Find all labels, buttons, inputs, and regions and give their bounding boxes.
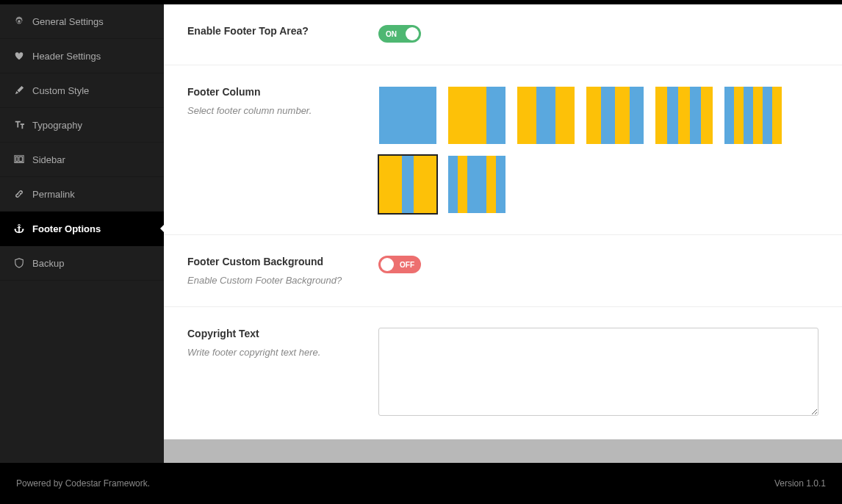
- toggle-knob: [406, 27, 419, 40]
- setting-title: Footer Column: [187, 86, 378, 98]
- enable-footer-top-toggle[interactable]: ON: [378, 25, 421, 43]
- sidebar-label: Footer Options: [32, 223, 101, 234]
- content-area: Enable Footer Top Area? ON Footer Column…: [164, 4, 842, 463]
- setting-desc: Enable Custom Footer Background?: [187, 275, 378, 286]
- sidebar-item-backup[interactable]: Backup: [0, 246, 164, 281]
- column-option-2[interactable]: [447, 86, 506, 145]
- gears-icon: [13, 15, 25, 27]
- column-option-5[interactable]: [655, 86, 713, 145]
- page-footer: Powered by Codestar Framework. Version 1…: [0, 463, 842, 504]
- setting-desc: Write footer copyright text here.: [187, 347, 378, 358]
- column-option-3[interactable]: [517, 86, 575, 145]
- sidebar-item-general[interactable]: General Settings: [0, 4, 164, 39]
- sidebar: General Settings Header Settings Custom …: [0, 4, 164, 463]
- setting-title: Copyright Text: [187, 328, 378, 339]
- heart-icon: [13, 50, 25, 62]
- column-option-8[interactable]: [447, 155, 506, 214]
- toggle-label: ON: [386, 30, 397, 38]
- sidebar-label: Custom Style: [32, 85, 89, 96]
- toggle-knob: [381, 258, 394, 271]
- text-icon: [13, 119, 25, 131]
- sidebar-item-footer-options[interactable]: Footer Options: [0, 212, 164, 246]
- shield-icon: [13, 257, 25, 269]
- footer-bg-toggle[interactable]: OFF: [378, 256, 421, 273]
- layout-icon: [13, 154, 25, 165]
- setting-title: Footer Custom Background: [187, 256, 378, 267]
- section-enable-footer-top: Enable Footer Top Area? ON: [164, 4, 842, 65]
- column-option-4[interactable]: [586, 86, 644, 145]
- sidebar-label: Header Settings: [32, 51, 101, 62]
- sidebar-item-custom-style[interactable]: Custom Style: [0, 73, 164, 108]
- sidebar-label: General Settings: [32, 16, 104, 27]
- setting-title: Enable Footer Top Area?: [187, 25, 378, 37]
- sidebar-label: Typography: [32, 120, 82, 131]
- version-text: Version 1.0.1: [774, 478, 826, 489]
- toggle-label: OFF: [400, 261, 414, 269]
- sidebar-item-permalink[interactable]: Permalink: [0, 177, 164, 212]
- sidebar-item-sidebar[interactable]: Sidebar: [0, 143, 164, 177]
- column-option-6[interactable]: [724, 86, 782, 145]
- sidebar-label: Backup: [32, 258, 64, 269]
- bottom-fill: [164, 439, 842, 463]
- column-option-1[interactable]: [378, 86, 437, 145]
- section-footer-bg: Footer Custom Background Enable Custom F…: [164, 235, 842, 307]
- framework-link[interactable]: Codestar Framework: [65, 478, 148, 489]
- sidebar-item-typography[interactable]: Typography: [0, 108, 164, 143]
- brush-icon: [13, 84, 25, 96]
- sidebar-label: Permalink: [32, 189, 75, 200]
- sidebar-label: Sidebar: [32, 154, 65, 165]
- section-footer-column: Footer Column Select footer column numbe…: [164, 65, 842, 235]
- copyright-textarea[interactable]: [378, 328, 818, 416]
- link-icon: [13, 188, 25, 200]
- sidebar-item-header[interactable]: Header Settings: [0, 39, 164, 73]
- setting-desc: Select footer column number.: [187, 105, 378, 116]
- column-options: [378, 86, 818, 214]
- anchor-icon: [13, 223, 25, 234]
- section-copyright: Copyright Text Write footer copyright te…: [164, 307, 842, 439]
- main-layout: General Settings Header Settings Custom …: [0, 4, 842, 463]
- column-option-7[interactable]: [378, 155, 437, 214]
- powered-by: Powered by Codestar Framework.: [16, 478, 150, 489]
